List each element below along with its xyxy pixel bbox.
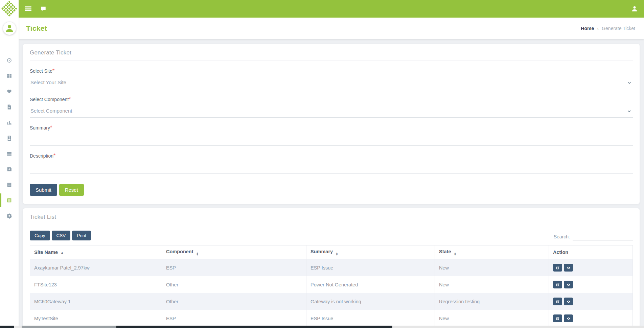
edit-button[interactable] bbox=[553, 264, 562, 272]
page-header: Ticket Home › Generate Ticket bbox=[19, 18, 644, 39]
cell-summary: ESP Issue bbox=[306, 310, 435, 327]
description-group: Description * bbox=[30, 153, 633, 174]
table-row: MC60Gateway 1 Other Gateway is not worki… bbox=[30, 293, 633, 310]
sidebar-item-settings[interactable] bbox=[0, 208, 19, 224]
sidebar-item-logs[interactable] bbox=[0, 177, 19, 192]
sidebar-item-dashboard[interactable] bbox=[0, 52, 19, 68]
select-site-dropdown[interactable]: Select Your Site bbox=[30, 78, 633, 89]
sidebar-item-users[interactable] bbox=[0, 130, 19, 146]
cell-summary: Gateway is not working bbox=[306, 293, 435, 310]
cell-component: ESP bbox=[162, 310, 306, 327]
scrollbar-thumb[interactable] bbox=[22, 326, 116, 328]
row-actions bbox=[553, 314, 628, 322]
view-button[interactable] bbox=[564, 264, 573, 272]
view-button[interactable] bbox=[564, 314, 573, 322]
breadcrumb-home-link[interactable]: Home bbox=[581, 26, 594, 31]
sidebar-item-reports[interactable] bbox=[0, 99, 19, 115]
cell-site: FTSite123 bbox=[30, 276, 162, 293]
grid-icon bbox=[6, 73, 12, 79]
ticket-list-icon bbox=[6, 197, 12, 203]
breadcrumb: Home › Generate Ticket bbox=[581, 26, 635, 31]
sidebar-nav bbox=[0, 52, 19, 224]
required-marker: * bbox=[52, 68, 54, 74]
app-logo[interactable] bbox=[0, 0, 19, 18]
edit-icon bbox=[556, 300, 560, 304]
scrollbar-track-segment bbox=[116, 326, 392, 328]
col-state[interactable]: State▲▼ bbox=[435, 245, 549, 259]
menu-toggle-icon[interactable] bbox=[25, 6, 31, 11]
ticket-table: Site Name▲ Component▲▼ Summary▲▼ State▲▼… bbox=[30, 245, 633, 328]
cell-state: New bbox=[435, 310, 549, 327]
reset-button[interactable]: Reset bbox=[59, 184, 84, 196]
copy-button[interactable]: Copy bbox=[30, 231, 50, 240]
csv-button[interactable]: CSV bbox=[52, 231, 71, 240]
cell-state: New bbox=[435, 276, 549, 293]
save-plus-icon bbox=[6, 166, 12, 172]
scrollbar-track-segment bbox=[392, 326, 644, 328]
user-menu-icon[interactable] bbox=[631, 5, 638, 12]
breadcrumb-current: Generate Ticket bbox=[602, 26, 635, 31]
horizontal-scrollbar[interactable] bbox=[0, 326, 644, 328]
eye-icon bbox=[567, 300, 571, 304]
sidebar-item-sites[interactable] bbox=[0, 68, 19, 84]
generate-ticket-title: Generate Ticket bbox=[30, 49, 633, 61]
edit-button[interactable] bbox=[553, 314, 562, 322]
print-button[interactable]: Print bbox=[72, 231, 91, 240]
cell-summary: ESP Issue bbox=[306, 259, 435, 276]
sort-asc-icon: ▲ bbox=[61, 251, 64, 254]
chevron-down-icon bbox=[627, 81, 631, 85]
col-component[interactable]: Component▲▼ bbox=[162, 245, 306, 259]
col-site-name[interactable]: Site Name▲ bbox=[30, 245, 162, 259]
sidebar-item-analytics[interactable] bbox=[0, 115, 19, 130]
gear-icon bbox=[6, 213, 12, 219]
sidebar-item-tickets[interactable] bbox=[0, 192, 19, 208]
cell-state: Regression testing bbox=[435, 293, 549, 310]
description-label: Description bbox=[30, 153, 53, 159]
cell-component: Other bbox=[162, 293, 306, 310]
required-marker: * bbox=[50, 125, 52, 131]
sort-icon: ▲▼ bbox=[454, 252, 456, 256]
gauge-icon bbox=[6, 57, 12, 63]
cell-state: New bbox=[435, 259, 549, 276]
search-area: Search: bbox=[554, 233, 633, 240]
view-button[interactable] bbox=[564, 298, 573, 305]
bar-chart-icon bbox=[6, 120, 12, 125]
view-button[interactable] bbox=[564, 281, 573, 288]
edit-button[interactable] bbox=[553, 298, 562, 305]
file-export-icon bbox=[6, 104, 12, 110]
col-summary[interactable]: Summary▲▼ bbox=[306, 245, 435, 259]
chat-icon[interactable] bbox=[40, 6, 46, 12]
edit-icon bbox=[556, 317, 560, 321]
summary-group: Summary * bbox=[30, 125, 633, 146]
edit-button[interactable] bbox=[553, 281, 562, 288]
diamond-logo-icon bbox=[1, 1, 17, 17]
id-badge-icon bbox=[6, 135, 12, 141]
edit-icon bbox=[556, 266, 560, 270]
avatar[interactable] bbox=[3, 22, 16, 35]
cell-summary: Power Not Generated bbox=[306, 276, 435, 293]
sort-icon: ▲▼ bbox=[196, 252, 199, 256]
eye-icon bbox=[567, 317, 571, 321]
table-row: Axaykumar Patel_2.97kw ESP ESP Issue New bbox=[30, 259, 633, 276]
search-label: Search: bbox=[554, 234, 570, 239]
search-input[interactable] bbox=[573, 233, 633, 240]
row-actions bbox=[553, 264, 628, 272]
sidebar-item-firmware[interactable] bbox=[0, 161, 19, 177]
cell-component: Other bbox=[162, 276, 306, 293]
description-input[interactable] bbox=[30, 162, 633, 174]
row-actions bbox=[553, 281, 628, 288]
submit-button[interactable]: Submit bbox=[30, 184, 57, 196]
breadcrumb-separator: › bbox=[597, 26, 599, 31]
table-header-row: Site Name▲ Component▲▼ Summary▲▼ State▲▼… bbox=[30, 245, 633, 259]
cell-site: MyTestSite bbox=[30, 310, 162, 327]
summary-label: Summary bbox=[30, 125, 50, 131]
eye-icon bbox=[567, 283, 571, 287]
select-component-dropdown[interactable]: Select Component bbox=[30, 106, 633, 118]
edit-icon bbox=[556, 283, 560, 287]
row-actions bbox=[553, 298, 628, 305]
summary-input[interactable] bbox=[30, 134, 633, 146]
sidebar-item-health[interactable] bbox=[0, 84, 19, 99]
sidebar-item-devices[interactable] bbox=[0, 146, 19, 161]
col-action: Action bbox=[549, 245, 633, 259]
export-buttons: Copy CSV Print bbox=[30, 231, 91, 240]
